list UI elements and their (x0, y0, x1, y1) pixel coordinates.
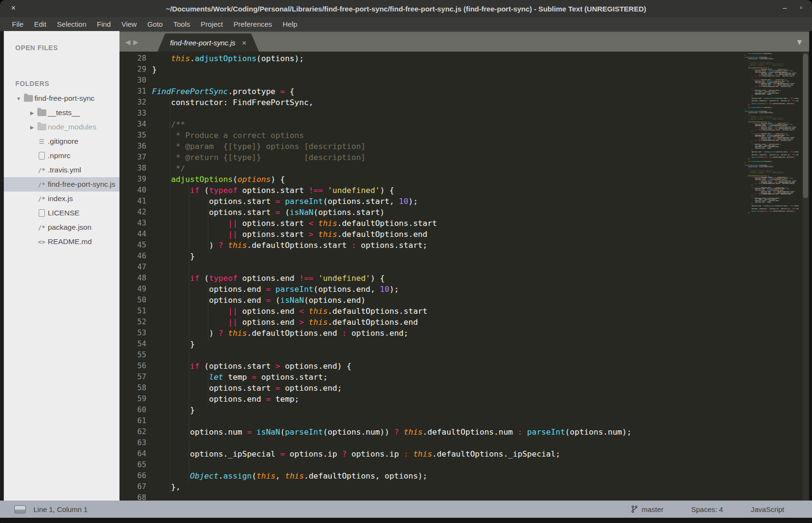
line-number: 32 (119, 97, 146, 108)
window-left-border (0, 31, 4, 518)
tree-item-find-free-port-sync[interactable]: ▼find-free-port-sync (4, 91, 119, 106)
tree-item-label: README.md (48, 237, 92, 246)
code-line-40: 40 if (typeof options.start !== 'undefin… (119, 185, 745, 196)
menu-item-preferences[interactable]: Preferences (228, 17, 277, 31)
menu-item-selection[interactable]: Selection (52, 17, 92, 31)
window-minimize-icon[interactable]: – (780, 3, 789, 11)
title-bar: × ~/Documents/Work/Coding/Personal/Libra… (0, 0, 812, 17)
tree-item--travis-yml[interactable]: /*.travis.yml (4, 163, 119, 177)
line-number: 31 (119, 86, 146, 97)
tab-close-icon[interactable]: × (242, 39, 247, 47)
line-number: 28 (119, 53, 146, 64)
tab-find-free-port-sync[interactable]: find-free-port-sync.js × (158, 33, 259, 52)
status-panel-icon[interactable] (14, 505, 26, 513)
code-line-66: 66 Object.assign(this, this.defaultOptio… (119, 470, 745, 481)
window-maximize-icon[interactable]: ▫ (797, 3, 805, 11)
tab-scroll-right-icon[interactable]: ▶ (133, 38, 139, 46)
file-page-icon (35, 209, 48, 217)
tree-item-label: node_modules (48, 123, 97, 131)
line-number: 60 (119, 405, 146, 416)
code-line-68: 68 (119, 492, 745, 501)
code-line-67: 67 }, (119, 481, 745, 492)
code-line-45: 45 ) ? this.defaultOptions.start : optio… (119, 240, 745, 251)
code-line-43: 43 || options.start < this.defaultOption… (119, 218, 745, 229)
status-bar: Line 1, Column 1 master Spaces: 4 JavaSc… (0, 501, 812, 518)
code-line-59: 59 options.end = temp; (119, 394, 745, 405)
code-line-50: 50 options.end = (isNaN(options.end) (119, 295, 745, 306)
tree-item-license[interactable]: LICENSE (4, 206, 119, 220)
git-branch-indicator[interactable]: master (631, 505, 691, 513)
syntax-indicator[interactable]: JavaScript (751, 505, 812, 513)
menu-item-find[interactable]: Find (92, 17, 116, 31)
git-branch-label: master (641, 505, 663, 513)
indent-guide (208, 372, 208, 405)
line-number: 65 (119, 459, 146, 470)
code-line-63: 63 (119, 438, 745, 448)
window-close-icon[interactable]: × (9, 4, 18, 12)
minimap[interactable]: this.adjustOptions(options);}FindFreePor… (745, 53, 799, 218)
expand-arrow-icon[interactable]: ▶ (29, 125, 35, 130)
tree-item-label: .gitignore (48, 137, 78, 146)
line-number: 48 (119, 273, 146, 284)
tree-item--tests-[interactable]: ▶__tests__ (4, 106, 119, 120)
line-number: 67 (119, 481, 146, 492)
expand-arrow-icon[interactable]: ▶ (29, 110, 35, 116)
folders-heading[interactable]: FOLDERS (4, 80, 119, 87)
line-number: 50 (119, 295, 146, 306)
indent-guide (208, 196, 208, 251)
code-line-46: 46 } (119, 251, 745, 262)
tree-item--gitignore[interactable]: ☰.gitignore (4, 134, 119, 149)
menu-item-view[interactable]: View (116, 17, 142, 31)
menu-item-help[interactable]: Help (277, 17, 303, 31)
line-number: 30 (119, 75, 146, 86)
tree-item-label: .travis.yml (48, 166, 81, 174)
editor-pane[interactable]: 28 this.adjustOptions(options);29}3031Fi… (119, 52, 809, 501)
tree-item-node-modules[interactable]: ▶node_modules (4, 120, 119, 134)
vertical-scrollbar-thumb[interactable] (803, 53, 808, 198)
code-line-60: 60 } (119, 405, 745, 416)
menu-item-file[interactable]: File (7, 17, 29, 31)
tab-scroll-left-icon[interactable]: ◀ (125, 38, 130, 46)
tree-item-index-js[interactable]: /*index.js (4, 192, 119, 206)
menu-item-tools[interactable]: Tools (168, 17, 195, 31)
folder-tree: ▼find-free-port-sync▶__tests__▶node_modu… (4, 91, 119, 249)
code-line-48: 48 if (typeof options.end !== 'undefined… (119, 273, 745, 284)
tree-item-label: find-free-port-sync (34, 94, 95, 103)
code-line-29: 29} (119, 64, 745, 75)
code-line-28: 28 this.adjustOptions(options); (119, 53, 745, 64)
line-number: 53 (119, 328, 146, 339)
code-line-39: 39 adjustOptions(options) { (119, 174, 745, 185)
code-line-34: 34 /** (119, 119, 745, 130)
indentation-indicator[interactable]: Spaces: 4 (691, 505, 751, 513)
open-files-heading[interactable]: OPEN FILES (4, 44, 119, 52)
line-number: 43 (119, 218, 146, 229)
menu-item-project[interactable]: Project (195, 17, 228, 31)
git-branch-icon (631, 505, 638, 513)
line-number: 61 (119, 416, 146, 427)
line-number: 41 (119, 196, 146, 207)
folder-open-icon (22, 95, 34, 102)
collapse-arrow-icon[interactable]: ▼ (15, 96, 22, 101)
tab-label: find-free-port-sync.js (170, 39, 236, 47)
tree-item-label: index.js (48, 194, 73, 203)
line-number: 64 (119, 448, 146, 459)
menu-item-edit[interactable]: Edit (29, 17, 52, 31)
code-line-37: 37 * @return {[type]} [description] (119, 152, 745, 163)
code-line-36: 36 * @param {[type]} options [descriptio… (119, 141, 745, 152)
tree-item-readme-md[interactable]: <>README.md (4, 235, 119, 249)
tree-item-find-free-port-sync-js[interactable]: /*find-free-port-sync.js (4, 177, 119, 192)
code-line-54: 54 } (119, 339, 745, 350)
tree-item--npmrc[interactable]: .npmrc (4, 149, 119, 163)
code-line-31: 31FindFreePortSync.prototype = { (119, 86, 745, 97)
code-line-53: 53 ) ? this.defaultOptions.end : options… (119, 328, 745, 339)
code-file-icon: /* (35, 195, 48, 203)
cursor-position-label: Line 1, Column 1 (33, 505, 87, 513)
code-line-52: 52 || options.end > this.defaultOptions.… (119, 317, 745, 328)
tab-overflow-menu-icon[interactable]: ▼ (795, 38, 803, 47)
line-number: 33 (119, 108, 146, 119)
line-number: 55 (119, 350, 146, 361)
code-line-41: 41 options.start = parseInt(options.star… (119, 196, 745, 207)
tree-item-package-json[interactable]: /*package.json (4, 220, 119, 235)
code-area[interactable]: 28 this.adjustOptions(options);29}3031Fi… (119, 53, 745, 501)
menu-item-goto[interactable]: Goto (142, 17, 168, 31)
